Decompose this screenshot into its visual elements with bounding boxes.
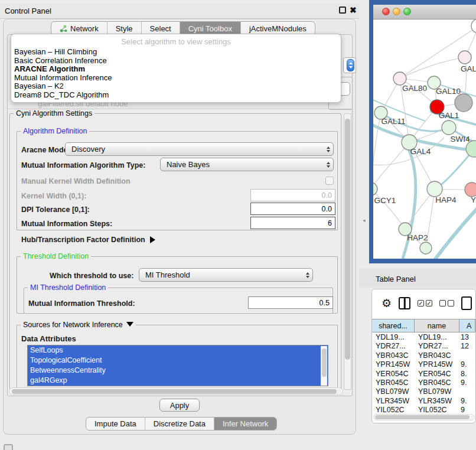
- table-cell: 9.: [459, 397, 475, 406]
- hub-definition-label: Hub/Transcription Factor Definition: [21, 236, 145, 244]
- settings-horizontal-scrollbar[interactable]: [9, 387, 343, 395]
- mi-type-combo[interactable]: Naive Bayes: [160, 158, 334, 171]
- combo-arrows-icon: [303, 272, 312, 278]
- table-cell: YDR27...: [415, 342, 459, 351]
- table-cell: YDR27...: [372, 342, 415, 351]
- algorithm-combo-button[interactable]: [343, 57, 356, 73]
- zoom-window-icon[interactable]: [403, 8, 411, 15]
- hub-definition-expander[interactable]: Hub/Transcription Factor Definition: [21, 236, 155, 244]
- table-row[interactable]: YDL19...YDL19...13: [372, 333, 475, 342]
- checked-checkbox-icon: ✓: [426, 300, 432, 306]
- table-row[interactable]: YIL052CYIL052C9: [372, 406, 475, 415]
- tab-discretize-data[interactable]: Discretize Data: [145, 418, 214, 430]
- mi-threshold-field[interactable]: 0.5: [248, 296, 333, 309]
- float-panel-icon[interactable]: [339, 6, 346, 14]
- collapse-arrow-icon[interactable]: [126, 322, 133, 327]
- network-node[interactable]: [458, 51, 471, 64]
- close-window-icon[interactable]: [382, 8, 390, 15]
- table-cell: 9.: [459, 360, 475, 369]
- network-window-titlebar[interactable]: [373, 5, 476, 19]
- kernel-width-field[interactable]: 0.0: [250, 189, 335, 201]
- algorithm-option[interactable]: Dream8 DC_TDC Algorithm: [11, 91, 341, 100]
- algorithm-option[interactable]: Basic Correlation Inference: [11, 57, 341, 66]
- dpi-tolerance-field[interactable]: 0.0: [250, 203, 335, 215]
- node-label: GAL: [461, 64, 476, 73]
- deselect-all-columns-icon[interactable]: [439, 300, 454, 306]
- algorithm-option[interactable]: Bayesian – K2: [11, 82, 341, 91]
- network-node[interactable]: [420, 242, 432, 254]
- table-header: shared... name A: [372, 319, 475, 332]
- data-attributes-list[interactable]: SelfLoopsTopologicalCoefficientBetweenne…: [27, 345, 328, 386]
- tab-style[interactable]: Style: [107, 22, 142, 35]
- column-header-partial[interactable]: A: [459, 319, 475, 332]
- new-table-icon[interactable]: [461, 296, 472, 310]
- network-node[interactable]: [442, 120, 456, 135]
- tab-network[interactable]: Network: [51, 22, 107, 35]
- table-row[interactable]: YER054CYER054C8.: [372, 370, 475, 379]
- table-row[interactable]: YBR045CYBR045C9.: [372, 379, 475, 387]
- attributes-scrollbar-thumb[interactable]: [322, 348, 327, 377]
- network-tab-icon: [60, 25, 67, 32]
- aracne-mode-label: Aracne Mode:: [21, 146, 70, 154]
- tab-label: Discretize Data: [154, 419, 206, 428]
- settings-vertical-thumb[interactable]: [345, 119, 350, 360]
- show-columns-icon[interactable]: [399, 297, 410, 309]
- table-cell: YDL19...: [415, 333, 459, 342]
- table-row[interactable]: YDR27...YDR27...12: [372, 342, 475, 351]
- table-cell: YBR043C: [372, 351, 415, 360]
- node-label: GAL10: [436, 87, 461, 96]
- table-row[interactable]: YPR145WYPR145W9.: [372, 360, 475, 369]
- table-row[interactable]: YLR345WYLR345W9.: [372, 397, 475, 406]
- algorithm-option[interactable]: Mutual Information Inference: [11, 74, 341, 83]
- data-attribute-item[interactable]: SelfLoops: [28, 345, 328, 356]
- table-horizontal-scrollbar[interactable]: [373, 414, 475, 420]
- which-threshold-combo[interactable]: MI Threshold: [139, 268, 313, 282]
- column-header-shared-name[interactable]: shared...: [372, 319, 415, 332]
- tab-jactivemnodules[interactable]: jActiveMNodules: [241, 22, 315, 35]
- gear-icon[interactable]: ⚙: [382, 298, 392, 309]
- table-horizontal-thumb[interactable]: [375, 415, 470, 419]
- apply-button[interactable]: Apply: [159, 399, 200, 412]
- network-node[interactable]: [455, 94, 472, 112]
- table-cell: YIL052C: [415, 406, 459, 415]
- network-node[interactable]: [427, 181, 442, 197]
- table-row[interactable]: YBR043CYBR043C: [372, 351, 475, 360]
- algorithm-option[interactable]: Bayesian – Hill Climbing: [11, 48, 341, 57]
- network-node[interactable]: [471, 19, 476, 33]
- tab-cyni-toolbox[interactable]: Cyni Toolbox: [180, 22, 241, 35]
- network-node[interactable]: [373, 182, 377, 195]
- select-all-columns-icon[interactable]: ✓ ✓: [418, 300, 432, 306]
- tab-infer-network[interactable]: Infer Network: [214, 418, 276, 430]
- checked-checkbox-icon: ✓: [418, 300, 424, 306]
- aracne-mode-combo[interactable]: Discovery: [65, 142, 334, 156]
- tab-select[interactable]: Select: [142, 22, 180, 35]
- mi-steps-field[interactable]: 6: [250, 217, 335, 229]
- tab-impute-data[interactable]: Impute Data: [86, 418, 145, 430]
- node-label: HAP4: [435, 195, 457, 204]
- table-cell: 13: [459, 333, 475, 342]
- minimize-window-icon[interactable]: [393, 8, 400, 15]
- data-attribute-item[interactable]: gal4RGexp: [28, 376, 328, 386]
- attr-items-holder: SelfLoopsTopologicalCoefficientBetweenne…: [28, 345, 328, 386]
- control-panel-titlebar: Control Panel ✖: [0, 4, 359, 19]
- table-cell: YBL079W: [372, 387, 415, 396]
- attributes-scrollbar[interactable]: [321, 346, 327, 386]
- settings-horizontal-thumb[interactable]: [12, 389, 337, 394]
- manual-kernel-checkbox[interactable]: [325, 177, 334, 185]
- close-panel-icon[interactable]: ✖: [350, 5, 357, 15]
- tab-label: jActiveMNodules: [249, 24, 307, 33]
- data-attribute-item[interactable]: TopologicalCoefficient: [28, 356, 328, 366]
- mi-type-label: Mutual Information Algorithm Type:: [21, 161, 145, 169]
- column-header-name[interactable]: name: [415, 319, 459, 332]
- network-node[interactable]: [465, 182, 476, 197]
- minimized-panel-icon[interactable]: [4, 444, 13, 450]
- network-node[interactable]: [393, 72, 406, 85]
- data-attribute-item[interactable]: BetweennessCentrality: [28, 366, 328, 376]
- table-row[interactable]: YBL079WYBL079W: [372, 387, 475, 396]
- algorithm-option[interactable]: ARACNE Algorithm: [11, 65, 341, 74]
- panel-splitter-handle[interactable]: ◂: [363, 217, 366, 223]
- bottom-tabbar: Impute Data Discretize Data Infer Networ…: [86, 417, 277, 431]
- network-canvas[interactable]: GALGAL80GAL10GAL1GAL11SWI4GAL4GCY1HAP4YH…: [373, 19, 476, 259]
- settings-vertical-scrollbar[interactable]: [344, 113, 351, 390]
- tab-label: Infer Network: [223, 419, 268, 428]
